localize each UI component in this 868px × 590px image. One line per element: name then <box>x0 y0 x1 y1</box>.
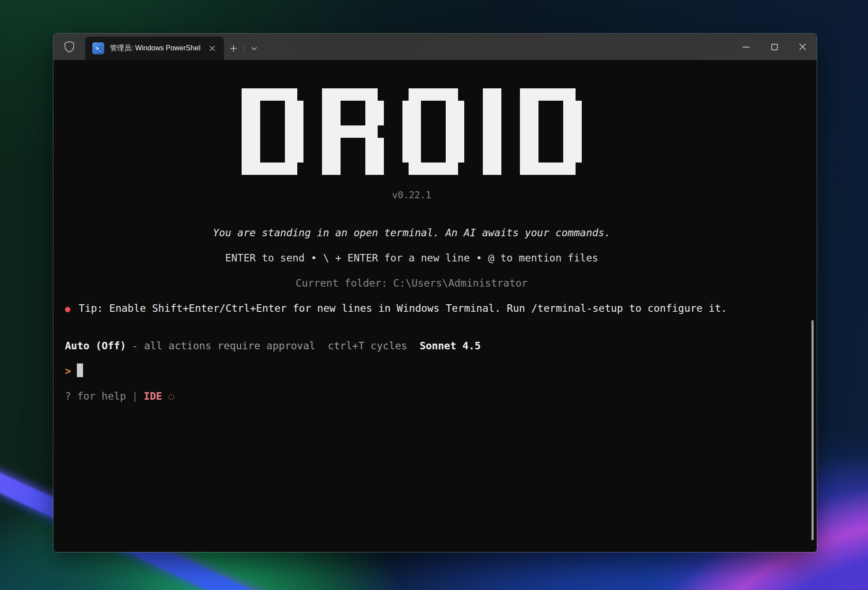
tip-bullet-icon: ● <box>65 303 70 314</box>
tip-text: Tip: Enable Shift+Enter/Ctrl+Enter for n… <box>79 303 727 314</box>
tab-title: 管理员: Windows PowerShell <box>110 44 201 53</box>
status-bar: Auto (Off)- all actions require approval… <box>65 333 758 359</box>
droid-logo <box>242 88 582 175</box>
powershell-icon: >_ <box>92 42 104 54</box>
keyboard-hints: ENTER to send • \ + ENTER for a new line… <box>65 246 758 271</box>
titlebar: >_ 管理员: Windows PowerShell <box>53 34 817 60</box>
tab-close-icon[interactable] <box>206 43 218 54</box>
ide-spinner-icon <box>168 393 175 401</box>
current-folder-path: C:\Users\Administrator <box>393 277 528 289</box>
ide-status-label: IDE <box>144 390 162 402</box>
cycle-shortcut-note: ctrl+T cycles <box>328 340 407 352</box>
admin-shield-icon <box>53 34 85 60</box>
desktop-background: >_ 管理员: Windows PowerShell <box>0 0 868 590</box>
current-folder: Current folder:C:\Users\Administrator <box>65 271 758 296</box>
auto-mode-label: Auto (Off) <box>65 340 126 352</box>
tab-powershell[interactable]: >_ 管理员: Windows PowerShell <box>85 37 224 60</box>
text-cursor <box>77 363 83 377</box>
footer-help-bar: ? for help|IDE <box>65 384 758 409</box>
tab-bar-separator <box>243 43 244 54</box>
footer-divider: | <box>132 390 138 402</box>
tip-message: ●Tip: Enable Shift+Enter/Ctrl+Enter for … <box>65 296 758 321</box>
terminal-window: >_ 管理员: Windows PowerShell <box>53 33 817 552</box>
scrollbar[interactable] <box>811 320 814 540</box>
new-tab-button[interactable] <box>224 37 243 60</box>
current-folder-label: Current folder: <box>296 277 387 289</box>
prompt-input-line[interactable]: > <box>65 359 758 384</box>
prompt-character: > <box>65 365 71 377</box>
model-name: Sonnet 4.5 <box>420 340 481 352</box>
minimize-button[interactable] <box>732 34 760 60</box>
titlebar-drag-area[interactable] <box>263 34 732 60</box>
maximize-button[interactable] <box>760 34 788 60</box>
terminal-content: v0.22.1 You are standing in an open term… <box>53 60 817 552</box>
approval-note: - all actions require approval <box>132 340 315 352</box>
help-hint: ? for help <box>65 390 126 402</box>
tagline-text: You are standing in an open terminal. An… <box>65 220 758 246</box>
close-button[interactable] <box>788 34 817 60</box>
tab-dropdown-button[interactable] <box>245 37 263 60</box>
version-label: v0.22.1 <box>65 183 758 208</box>
